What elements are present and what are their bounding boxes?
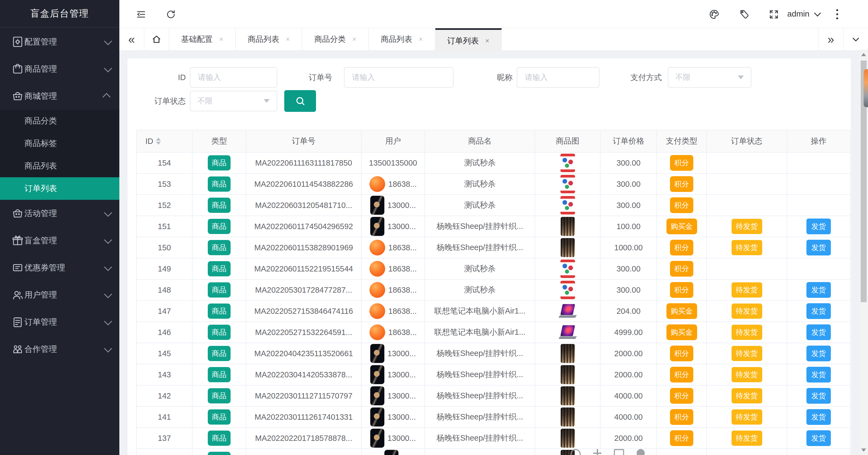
search-button[interactable] xyxy=(284,90,316,112)
product-image[interactable] xyxy=(561,429,575,448)
sidebar-item-order-mgmt[interactable]: 订单管理 xyxy=(0,308,119,336)
ship-button[interactable]: 发货 xyxy=(806,282,831,298)
sidebar-item-config[interactable]: 配置管理 xyxy=(0,28,119,55)
ship-button[interactable]: 发货 xyxy=(806,346,831,361)
product-image[interactable] xyxy=(560,196,575,215)
ship-button[interactable]: 发货 xyxy=(806,240,831,255)
tab-goods-category[interactable]: 商品分类 × xyxy=(302,28,369,50)
filter-order-status-select[interactable]: 不限 xyxy=(190,91,277,111)
tab-order-list[interactable]: 订单列表 × xyxy=(435,28,502,52)
tab-basic-config[interactable]: 基础配置 × xyxy=(169,28,236,50)
user-menu[interactable]: admin xyxy=(787,0,819,28)
cell-id: 152 xyxy=(136,195,192,216)
close-icon[interactable]: × xyxy=(352,35,356,44)
filter-id-input[interactable] xyxy=(197,73,270,82)
cell-pay-type: 积分 xyxy=(657,364,707,385)
cell-order-no: MA202206031205481710... xyxy=(246,195,361,216)
sidebar-item-mall[interactable]: 商城管理 xyxy=(0,83,119,110)
sidebar-item-goods[interactable]: 商品管理 xyxy=(0,55,119,83)
dot-icon[interactable] xyxy=(637,449,645,455)
ship-button[interactable]: 发货 xyxy=(806,367,831,382)
close-icon[interactable]: × xyxy=(286,35,290,44)
product-image[interactable] xyxy=(561,386,575,405)
cell-product-img xyxy=(535,237,600,258)
tag-icon[interactable] xyxy=(738,8,750,20)
sort-icon[interactable] xyxy=(156,138,161,145)
tab-goods-list-1[interactable]: 商品列表 × xyxy=(236,28,302,50)
product-image[interactable] xyxy=(560,259,575,278)
cell-pay-type xyxy=(657,449,707,455)
product-image[interactable] xyxy=(558,303,577,320)
ship-button[interactable]: 发货 xyxy=(806,388,831,404)
cell-price: 300.00 xyxy=(600,195,657,216)
user-name: 18638... xyxy=(389,286,417,294)
sidebar-item-goods-list[interactable]: 商品列表 xyxy=(0,155,119,177)
sidebar-item-blindbox[interactable]: 盲盒管理 xyxy=(0,227,119,254)
product-image[interactable] xyxy=(560,175,575,193)
filter-order-no-input[interactable] xyxy=(351,73,446,82)
scroll-up-arrow[interactable] xyxy=(861,53,866,56)
shopping-bag-icon xyxy=(11,63,24,75)
cell-price: 2000.00 xyxy=(600,364,657,385)
ship-button[interactable]: 发货 xyxy=(806,430,831,446)
cell-status xyxy=(707,173,787,195)
kebab-menu-icon[interactable] xyxy=(831,8,843,20)
product-image[interactable] xyxy=(561,344,575,363)
status-badge: 待发货 xyxy=(732,409,762,425)
ship-button[interactable]: 发货 xyxy=(806,303,831,319)
tabs-scroll-left-button[interactable]: « xyxy=(119,28,144,50)
sidebar-item-goods-category[interactable]: 商品分类 xyxy=(0,110,119,132)
filter-pay-method-select[interactable]: 不限 xyxy=(668,67,751,88)
product-image[interactable] xyxy=(558,323,577,341)
sidebar-item-label: 商品分类 xyxy=(24,115,57,126)
product-image[interactable] xyxy=(561,407,575,426)
plus-icon[interactable] xyxy=(593,449,601,455)
tab-goods-list-2[interactable]: 商品列表 × xyxy=(369,28,435,50)
cell-status: 待发货 xyxy=(707,385,787,406)
product-image[interactable] xyxy=(560,154,575,172)
ship-button[interactable]: 发货 xyxy=(806,219,831,234)
product-image[interactable] xyxy=(560,281,575,299)
home-tab[interactable] xyxy=(144,28,169,50)
sidebar-item-coupon[interactable]: 优惠券管理 xyxy=(0,254,119,281)
user-avatar xyxy=(369,324,385,340)
cell-status: 待发货 xyxy=(707,301,787,322)
tabs-menu-button[interactable] xyxy=(843,28,868,50)
sidebar-item-label: 订单管理 xyxy=(24,317,57,328)
sidebar-item-activity[interactable]: 活动管理 xyxy=(0,200,119,227)
vertical-scrollbar[interactable] xyxy=(859,50,868,455)
sidebar: 盲盒后台管理 配置管理 商品管理 商城管理 xyxy=(0,0,119,455)
square-icon[interactable] xyxy=(614,449,624,455)
close-icon[interactable]: × xyxy=(485,37,489,45)
cell-actions: 发货 xyxy=(787,279,850,301)
column-header-id[interactable]: ID xyxy=(136,130,192,152)
sidebar-item-order-list[interactable]: 订单列表 xyxy=(0,177,119,200)
page-corner-icons xyxy=(570,449,645,455)
tabs-scroll-right-button[interactable]: » xyxy=(818,28,843,50)
product-image[interactable] xyxy=(561,365,575,384)
palette-icon[interactable] xyxy=(708,8,720,20)
type-badge: 商品 xyxy=(208,155,230,170)
refresh-icon[interactable] xyxy=(165,8,177,20)
cell-user: 13000... xyxy=(361,216,425,237)
close-icon[interactable]: × xyxy=(419,35,423,44)
column-header-pay-type: 支付类型 xyxy=(657,130,707,152)
menu-fold-icon[interactable] xyxy=(135,8,147,20)
cell-id: 151 xyxy=(136,216,192,237)
sidebar-item-partner[interactable]: 合作管理 xyxy=(0,336,119,363)
product-image[interactable] xyxy=(561,217,575,236)
fullscreen-icon[interactable] xyxy=(768,8,780,20)
ship-button[interactable]: 发货 xyxy=(806,324,831,340)
pay-type-badge: 积分 xyxy=(670,409,693,425)
filter-nickname-input[interactable] xyxy=(524,73,592,82)
sidebar-item-goods-tags[interactable]: 商品标签 xyxy=(0,132,119,155)
product-image[interactable] xyxy=(561,238,575,257)
status-badge: 待发货 xyxy=(732,431,762,446)
cell-type: 商品 xyxy=(192,343,246,364)
pay-type-badge: 积分 xyxy=(670,346,693,361)
sidebar-item-user[interactable]: 用户管理 xyxy=(0,281,119,308)
ship-button[interactable]: 发货 xyxy=(806,409,831,425)
circle-icon[interactable] xyxy=(570,449,581,455)
scroll-down-arrow[interactable] xyxy=(861,449,866,452)
close-icon[interactable]: × xyxy=(219,35,223,44)
